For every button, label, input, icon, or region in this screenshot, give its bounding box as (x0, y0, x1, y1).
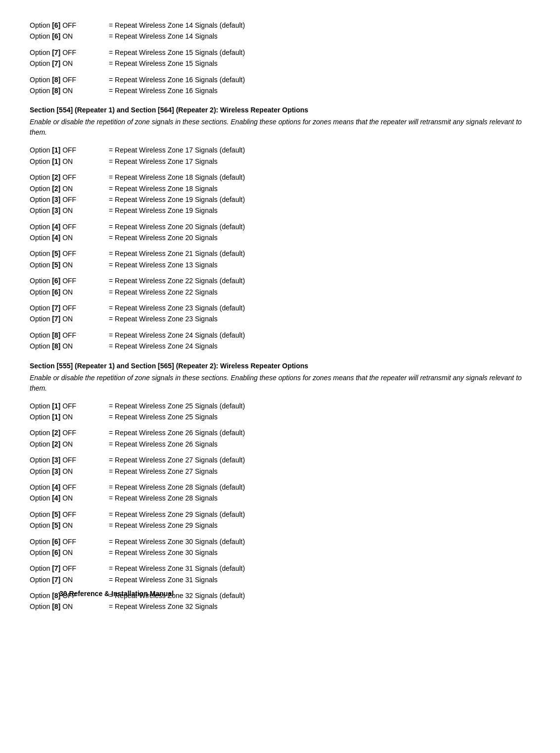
option-value: = Repeat Wireless Zone 30 Signals (defau… (109, 538, 245, 546)
option-value: = Repeat Wireless Zone 20 Signals (109, 234, 218, 242)
option-group-zone21: Option [5] OFF= Repeat Wireless Zone 21 … (30, 248, 530, 270)
option-key: Option [6] ON (30, 287, 109, 298)
option-line: Option [6] OFF= Repeat Wireless Zone 14 … (30, 20, 530, 31)
option-group-zone27: Option [3] OFF= Repeat Wireless Zone 27 … (30, 454, 530, 477)
option-value: = Repeat Wireless Zone 31 Signals (109, 576, 218, 584)
option-key: Option [7] ON (30, 574, 109, 585)
option-key: Option [5] ON (30, 259, 109, 270)
option-key: Option [4] ON (30, 493, 109, 503)
option-key: Option [8] OFF (30, 330, 109, 341)
option-value: = Repeat Wireless Zone 27 Signals (109, 467, 218, 475)
option-value: = Repeat Wireless Zone 23 Signals (109, 315, 218, 323)
option-value: = Repeat Wireless Zone 24 Signals (109, 342, 218, 350)
option-value: = Repeat Wireless Zone 23 Signals (defau… (109, 304, 245, 312)
option-value: = Repeat Wireless Zone 16 Signals (109, 87, 218, 95)
option-line: Option [7] ON= Repeat Wireless Zone 23 S… (30, 313, 530, 324)
option-line: Option [6] OFF= Repeat Wireless Zone 30 … (30, 536, 530, 547)
option-num: [8] (52, 76, 60, 84)
option-key: Option [6] ON (30, 547, 109, 558)
option-group-zone14: Option [6] OFF= Repeat Wireless Zone 14 … (30, 20, 530, 42)
option-key: Option [1] OFF (30, 401, 109, 411)
option-value: = Repeat Wireless Zone 13 Signals (109, 261, 218, 269)
option-key: Option [7] ON (30, 313, 109, 324)
option-value: = Repeat Wireless Zone 15 Signals (109, 59, 218, 67)
option-key: Option [8] ON (30, 85, 109, 96)
option-line: Option [8] OFF= Repeat Wireless Zone 24 … (30, 330, 530, 341)
option-group-zone28: Option [4] OFF= Repeat Wireless Zone 28 … (30, 482, 530, 504)
option-value: = Repeat Wireless Zone 22 Signals (defau… (109, 277, 245, 285)
option-value: = Repeat Wireless Zone 26 Signals (defau… (109, 429, 245, 437)
option-line: Option [5] ON= Repeat Wireless Zone 29 S… (30, 520, 530, 531)
section-554-header: Section [554] (Repeater 1) and Section [… (30, 106, 530, 114)
option-value: = Repeat Wireless Zone 25 Signals (109, 413, 218, 421)
option-key: Option [7] ON (30, 58, 109, 69)
option-key: Option [4] OFF (30, 221, 109, 232)
option-line: Option [7] OFF= Repeat Wireless Zone 31 … (30, 563, 530, 574)
option-value: = Repeat Wireless Zone 14 Signals (109, 32, 218, 40)
option-line: Option [2] OFF= Repeat Wireless Zone 26 … (30, 427, 530, 438)
option-key: Option [7] OFF (30, 563, 109, 574)
option-line: Option [5] ON= Repeat Wireless Zone 13 S… (30, 259, 530, 270)
option-line: Option [7] ON= Repeat Wireless Zone 31 S… (30, 574, 530, 585)
option-key: Option [7] OFF (30, 302, 109, 313)
option-line: Option [4] OFF= Repeat Wireless Zone 20 … (30, 221, 530, 232)
option-value: = Repeat Wireless Zone 27 Signals (defau… (109, 456, 245, 464)
option-value: = Repeat Wireless Zone 18 Signals (109, 185, 218, 193)
option-key: Option [8] OFF (30, 74, 109, 85)
option-line: Option [8] ON= Repeat Wireless Zone 24 S… (30, 341, 530, 351)
option-value: = Repeat Wireless Zone 28 Signals (109, 494, 218, 502)
option-line: Option [1] ON= Repeat Wireless Zone 17 S… (30, 156, 530, 167)
page-footer: 30 Reference & Installation Manual (59, 590, 174, 598)
option-group-zone20: Option [4] OFF= Repeat Wireless Zone 20 … (30, 221, 530, 244)
option-line: Option [3] OFF= Repeat Wireless Zone 27 … (30, 454, 530, 465)
option-value: = Repeat Wireless Zone 20 Signals (defau… (109, 223, 245, 231)
option-group-zone26: Option [2] OFF= Repeat Wireless Zone 26 … (30, 427, 530, 450)
option-line: Option [4] ON= Repeat Wireless Zone 20 S… (30, 232, 530, 243)
option-line: Option [1] OFF= Repeat Wireless Zone 25 … (30, 401, 530, 411)
option-key: Option [3] ON (30, 205, 109, 216)
option-line: Option [8] ON= Repeat Wireless Zone 32 S… (30, 601, 530, 612)
option-num: [6] (52, 32, 60, 40)
option-key: Option [3] ON (30, 466, 109, 477)
section-555-desc: Enable or disable the repetition of zone… (30, 373, 530, 394)
option-group-zone29: Option [5] OFF= Repeat Wireless Zone 29 … (30, 509, 530, 531)
option-value: = Repeat Wireless Zone 30 Signals (109, 549, 218, 556)
option-value: = Repeat Wireless Zone 17 Signals (defau… (109, 146, 245, 154)
option-line: Option [8] ON= Repeat Wireless Zone 16 S… (30, 85, 530, 96)
option-group-zone15: Option [7] OFF= Repeat Wireless Zone 15 … (30, 47, 530, 69)
option-group-zone31: Option [7] OFF= Repeat Wireless Zone 31 … (30, 563, 530, 585)
option-line: Option [6] ON= Repeat Wireless Zone 30 S… (30, 547, 530, 558)
option-line: Option [6] OFF= Repeat Wireless Zone 22 … (30, 275, 530, 286)
option-key: Option [4] OFF (30, 482, 109, 493)
option-group-zone24: Option [8] OFF= Repeat Wireless Zone 24 … (30, 330, 530, 352)
option-key: Option [3] OFF (30, 194, 109, 205)
option-key: Option [1] OFF (30, 145, 109, 155)
option-value: = Repeat Wireless Zone 22 Signals (109, 288, 218, 296)
option-group-zone17: Option [1] OFF= Repeat Wireless Zone 17 … (30, 145, 530, 167)
option-value: = Repeat Wireless Zone 14 Signals (defau… (109, 21, 245, 29)
option-line: Option [2] OFF= Repeat Wireless Zone 18 … (30, 172, 530, 183)
option-group-zone25: Option [1] OFF= Repeat Wireless Zone 25 … (30, 401, 530, 423)
option-line: Option [6] ON= Repeat Wireless Zone 14 S… (30, 31, 530, 42)
option-value: = Repeat Wireless Zone 29 Signals (defau… (109, 510, 245, 518)
option-num: [7] (52, 59, 60, 67)
option-line: Option [4] ON= Repeat Wireless Zone 28 S… (30, 493, 530, 503)
option-key: Option [8] ON (30, 601, 109, 612)
option-key: Option [6] OFF (30, 20, 109, 31)
option-group-zone30: Option [6] OFF= Repeat Wireless Zone 30 … (30, 536, 530, 558)
option-line: Option [6] ON= Repeat Wireless Zone 22 S… (30, 287, 530, 298)
option-group-zone23: Option [7] OFF= Repeat Wireless Zone 23 … (30, 302, 530, 325)
option-key: Option [4] ON (30, 232, 109, 243)
option-key: Option [7] OFF (30, 47, 109, 58)
option-value: = Repeat Wireless Zone 19 Signals (defau… (109, 196, 245, 203)
option-value: = Repeat Wireless Zone 31 Signals (defau… (109, 564, 245, 572)
option-group-zone16: Option [8] OFF= Repeat Wireless Zone 16 … (30, 74, 530, 97)
option-key: Option [2] ON (30, 439, 109, 450)
option-line: Option [1] OFF= Repeat Wireless Zone 17 … (30, 145, 530, 155)
option-line: Option [5] OFF= Repeat Wireless Zone 29 … (30, 509, 530, 520)
option-line: Option [7] OFF= Repeat Wireless Zone 23 … (30, 302, 530, 313)
option-value: = Repeat Wireless Zone 15 Signals (defau… (109, 49, 245, 56)
option-value: = Repeat Wireless Zone 17 Signals (109, 157, 218, 165)
option-key: Option [1] ON (30, 156, 109, 167)
option-line: Option [2] ON= Repeat Wireless Zone 18 S… (30, 183, 530, 194)
